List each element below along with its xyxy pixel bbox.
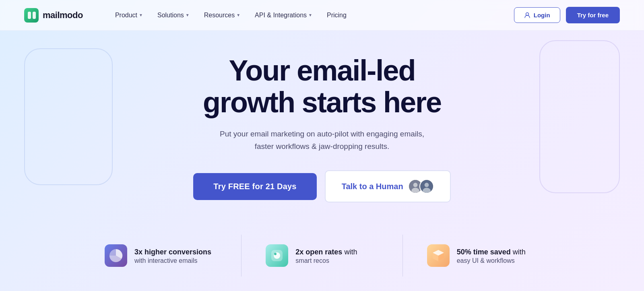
svg-rect-0 <box>28 12 31 19</box>
svg-point-4 <box>413 183 417 187</box>
user-icon <box>524 12 530 19</box>
logo[interactable]: mailmodo <box>24 8 83 23</box>
conversions-icon <box>105 244 127 267</box>
hero-subtitle: Put your email marketing on auto-pilot w… <box>209 128 435 153</box>
svg-point-12 <box>274 253 277 255</box>
nav-pricing[interactable]: Pricing <box>327 12 347 19</box>
logo-icon <box>24 8 39 23</box>
stat-conversions: 3x higher conversions with interactive e… <box>80 235 242 277</box>
nav-api[interactable]: API & Integrations ▼ <box>255 12 312 19</box>
avatar-2 <box>419 179 434 194</box>
nav-resources[interactable]: Resources ▼ <box>204 12 240 19</box>
human-avatars <box>408 179 434 194</box>
nav-actions: Login Try for free <box>514 7 620 23</box>
hero-section: Your email-led growth starts here Put yo… <box>0 31 644 215</box>
nav-product[interactable]: Product ▼ <box>115 12 143 19</box>
open-rates-icon <box>266 244 288 267</box>
svg-point-7 <box>424 183 429 187</box>
stat-open-rates: 2x open rates with smart recos <box>242 235 402 277</box>
time-saved-icon <box>427 244 450 267</box>
stat-conversions-text: 3x higher conversions with interactive e… <box>134 247 211 264</box>
logo-text: mailmodo <box>43 10 83 21</box>
stats-bar: 3x higher conversions with interactive e… <box>0 235 644 277</box>
svg-point-5 <box>411 188 419 194</box>
try-for-free-button[interactable]: Try for free <box>566 7 620 23</box>
hero-buttons: Try FREE for 21 Days Talk to a Human <box>193 170 450 202</box>
chevron-down-icon: ▼ <box>308 13 312 17</box>
try-free-button[interactable]: Try FREE for 21 Days <box>193 173 316 200</box>
chevron-down-icon: ▼ <box>236 13 240 17</box>
login-button[interactable]: Login <box>514 7 560 23</box>
stat-time-saved-text: 50% time saved with easy UI & workflows <box>457 247 526 264</box>
hero-title: Your email-led growth starts here <box>203 55 441 118</box>
chevron-down-icon: ▼ <box>186 13 190 17</box>
svg-rect-1 <box>33 12 36 19</box>
chevron-down-icon: ▼ <box>139 13 143 17</box>
main-nav: mailmodo Product ▼ Solutions ▼ Resources… <box>0 0 644 31</box>
nav-links: Product ▼ Solutions ▼ Resources ▼ API & … <box>115 12 347 19</box>
stat-time-saved: 50% time saved with easy UI & workflows <box>403 235 564 277</box>
talk-to-human-button[interactable]: Talk to a Human <box>325 170 451 202</box>
svg-point-8 <box>423 188 431 194</box>
stat-open-rates-text: 2x open rates with smart recos <box>295 247 357 264</box>
nav-solutions[interactable]: Solutions ▼ <box>157 12 190 19</box>
